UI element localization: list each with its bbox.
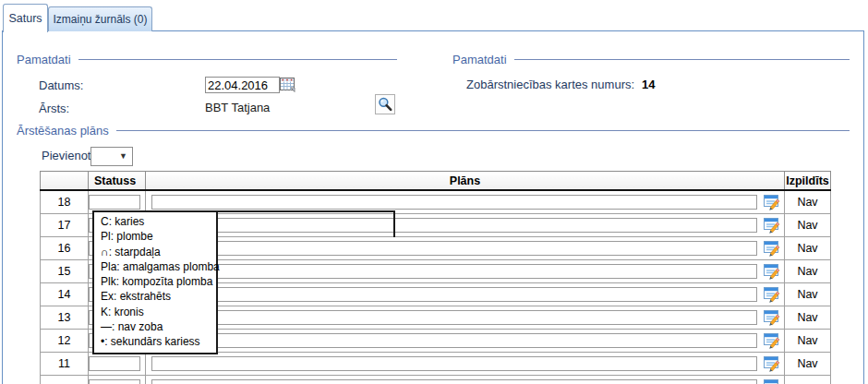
edit-plan-button[interactable] — [764, 264, 780, 280]
plan-input[interactable] — [151, 379, 757, 384]
search-icon — [377, 96, 393, 113]
done-cell: Nav — [785, 306, 831, 330]
legend-item[interactable]: Pl: plombe — [101, 229, 216, 244]
plan-input[interactable] — [151, 264, 757, 279]
legend-item[interactable]: Plk: kompozīta plomba — [101, 274, 216, 289]
legend-item[interactable]: C: karies — [101, 214, 216, 229]
edit-plan-button[interactable] — [764, 310, 780, 326]
date-input[interactable] — [205, 77, 280, 93]
plan-input[interactable] — [151, 287, 757, 302]
done-cell: Nav — [785, 190, 831, 214]
plan-input[interactable] — [151, 195, 757, 210]
done-cell: Nav — [785, 283, 831, 306]
done-cell: Nav — [785, 353, 831, 376]
edit-plan-button[interactable] — [764, 195, 780, 210]
legend-item[interactable]: ∩: starpdaļa — [101, 245, 216, 259]
section-title: Ārstēšanas plāns — [17, 124, 109, 138]
calendar-icon — [280, 78, 295, 92]
status-input[interactable] — [89, 356, 140, 371]
edit-icon — [764, 333, 780, 349]
status-input[interactable] — [89, 195, 140, 210]
tooth-number: 18 — [41, 190, 89, 214]
basic-data-left-header: Pamatdati — [17, 52, 397, 66]
doctor-search-button[interactable] — [375, 94, 395, 114]
edit-icon — [764, 310, 780, 326]
plan-input[interactable] — [151, 356, 757, 371]
add-tooth-select[interactable]: ▼ — [90, 147, 133, 166]
status-legend-list: C: kariesPl: plombe∩: starpdaļaPla: amal… — [92, 210, 218, 354]
tooth-number: 15 — [41, 260, 89, 283]
tooth-number: 11 — [41, 353, 89, 376]
table-row: 11 — [41, 353, 831, 376]
edit-icon — [764, 241, 780, 257]
done-cell: Nav — [785, 260, 831, 283]
tab-izmainu-zurnals[interactable]: Izmaiņu žurnāls (0) — [48, 6, 152, 31]
tooth-column-header — [41, 172, 89, 191]
doctor-label: Ārsts: — [39, 102, 69, 115]
doctor-value: BBT Tatjana — [205, 101, 270, 114]
edit-plan-button[interactable] — [764, 287, 780, 303]
edit-plan-button[interactable] — [764, 218, 780, 234]
legend-item[interactable]: •: sekundārs kariess — [101, 334, 216, 349]
edit-icon — [764, 264, 780, 280]
tooth-number: 12 — [41, 330, 89, 353]
treatment-plan-header: Ārstēšanas plāns — [17, 123, 850, 138]
section-divider-line — [78, 59, 397, 60]
edit-plan-button[interactable] — [764, 356, 780, 372]
tooth-number: 14 — [41, 283, 89, 306]
chevron-down-icon: ▼ — [119, 152, 127, 161]
legend-item[interactable]: K: kronis — [101, 305, 216, 319]
plan-column-header: Plāns — [146, 172, 785, 191]
tooth-number — [41, 376, 89, 384]
edit-icon — [764, 356, 780, 372]
legend-item[interactable]: —: nav zoba — [101, 319, 216, 334]
section-title: Pamatdati — [452, 53, 507, 66]
edit-icon — [764, 379, 780, 384]
edit-icon — [764, 287, 780, 303]
edit-plan-button[interactable] — [764, 241, 780, 257]
done-cell: Nav — [785, 214, 831, 237]
plan-input[interactable] — [151, 241, 757, 256]
done-cell: Nav — [785, 237, 831, 260]
tab-saturs[interactable]: Saturs — [3, 4, 48, 32]
status-input[interactable] — [89, 379, 140, 384]
legend-item[interactable]: Ex: ekstrahēts — [101, 289, 216, 304]
calendar-button[interactable] — [280, 78, 295, 92]
table-header-row: Statuss Plāns Izpildīts — [41, 172, 831, 191]
plan-input[interactable] — [151, 333, 757, 348]
legend-item[interactable]: Pla: amalgamas plomba — [101, 259, 216, 274]
edit-icon — [764, 218, 780, 234]
edit-icon — [764, 195, 780, 210]
status-column-header: Statuss — [89, 172, 146, 191]
basic-data-right-header: Pamatdati — [452, 52, 850, 66]
done-cell: Nav — [785, 330, 831, 353]
card-number-value: 14 — [642, 78, 655, 91]
add-label: Pievienot: — [42, 149, 94, 162]
tooth-number: 16 — [41, 237, 89, 260]
card-number-label: Zobārstniecības kartes numurs: — [466, 78, 634, 91]
section-title: Pamatdati — [17, 53, 71, 66]
plan-input[interactable] — [151, 218, 757, 233]
dental-record-page: Saturs Izmaiņu žurnāls (0) Pamatdati Dat… — [0, 0, 868, 384]
done-cell — [785, 376, 831, 384]
edit-plan-button[interactable] — [764, 333, 780, 349]
date-label: Datums: — [39, 78, 83, 92]
edit-plan-button[interactable] — [764, 379, 780, 384]
tooth-number: 17 — [41, 214, 89, 237]
tooth-number: 13 — [41, 306, 89, 330]
plan-input[interactable] — [151, 310, 757, 325]
done-column-header: Izpildīts — [785, 172, 831, 191]
section-divider-line — [514, 59, 850, 60]
section-divider-line — [116, 130, 850, 131]
table-row — [41, 376, 831, 384]
